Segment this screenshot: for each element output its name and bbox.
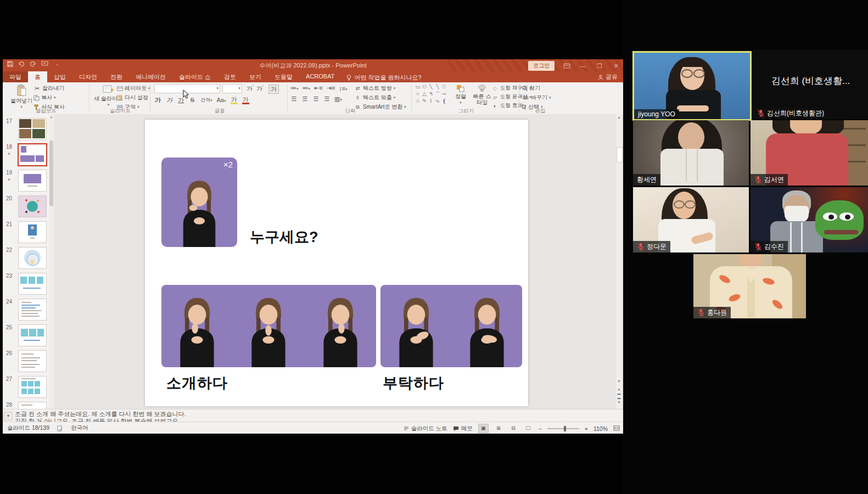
grow-font-button[interactable]: 가ˆ: [247, 85, 254, 93]
increase-indent-button[interactable]: ⇥≡: [327, 85, 335, 92]
maximize-icon[interactable]: ❐: [596, 63, 603, 70]
zoom-slider[interactable]: [547, 428, 579, 429]
thumbnail-slide-19[interactable]: 19 ✶: [3, 168, 49, 194]
font-color-button[interactable]: 가: [242, 96, 249, 104]
tab-home[interactable]: 홈: [28, 71, 47, 82]
bold-button[interactable]: 가: [154, 96, 161, 104]
reset-button[interactable]: 다시 설정: [117, 94, 150, 102]
caption-introduce[interactable]: 소개하다: [166, 373, 228, 393]
tab-help[interactable]: 도움말: [268, 71, 299, 82]
language-indicator[interactable]: 한국어: [71, 424, 88, 432]
thumbnail-slide-18-selected[interactable]: 18 ✶: [3, 142, 49, 168]
participant-tile-jiyoung-yoo[interactable]: jiyoung YOO: [632, 51, 752, 121]
find-button[interactable]: 찾기: [522, 85, 551, 92]
align-text-button[interactable]: ⇳텍스트 맞춤▾: [354, 94, 406, 102]
scrollbar-thumb[interactable]: [49, 141, 53, 206]
participant-tile-jung-dawoon[interactable]: 정다운: [633, 187, 749, 252]
caption-request[interactable]: 부탁하다: [383, 373, 444, 393]
zoom-in-button[interactable]: +: [585, 425, 588, 432]
normal-view-button[interactable]: ▣: [478, 424, 489, 433]
columns-button[interactable]: ▥▾: [334, 96, 342, 103]
participant-tile-hwang-seyeon[interactable]: 황세연: [633, 120, 749, 186]
tab-animations[interactable]: 애니메이션: [129, 71, 172, 82]
change-case-button[interactable]: Aa▾: [217, 97, 226, 103]
login-button[interactable]: 로그인: [528, 61, 555, 71]
minimize-icon[interactable]: —: [579, 63, 587, 69]
slide-sorter-view-button[interactable]: ⊞: [494, 424, 503, 433]
shrink-font-button[interactable]: 가ˇ: [256, 85, 264, 93]
numbering-button[interactable]: ≕▾: [303, 85, 311, 92]
slide-indicator[interactable]: 슬라이드 18/139: [7, 424, 49, 432]
layout-button[interactable]: 레이아웃▾: [117, 85, 150, 92]
notes-toggle-button[interactable]: 슬라이드 노트: [404, 425, 447, 433]
tab-insert[interactable]: 삽입: [47, 71, 72, 82]
align-center-button[interactable]: ☰: [301, 96, 309, 103]
decrease-indent-button[interactable]: ⇤≡: [314, 85, 323, 92]
tell-me-box[interactable]: 어떤 작업을 원하시나요?: [341, 71, 427, 82]
tab-design[interactable]: 디자인: [72, 71, 104, 82]
paste-button[interactable]: 붙여넣기 ▾: [8, 83, 35, 110]
tab-file[interactable]: 파일: [3, 71, 28, 82]
tab-slideshow[interactable]: 슬라이드 쇼: [172, 71, 217, 82]
cut-button[interactable]: ✂잘라내기: [33, 85, 65, 92]
ribbon-display-options-icon[interactable]: [563, 63, 570, 69]
next-slide-button[interactable]: ▬▼: [616, 396, 622, 405]
tab-view[interactable]: 보기: [243, 71, 268, 82]
spellcheck-icon[interactable]: [57, 425, 63, 431]
notes-pane[interactable]: ▼ 조금 전 소개 해 주셨는데요. 제 소개를 다시 한번 해 보겠습니다. …: [3, 409, 623, 422]
reading-view-button[interactable]: ⊟: [509, 424, 518, 433]
memo-button[interactable]: 메모: [453, 425, 473, 433]
sign-card-repeat[interactable]: ×2: [161, 158, 237, 247]
scrollbar-thumb[interactable]: [617, 147, 623, 162]
bullets-button[interactable]: ≔▾: [290, 85, 299, 92]
zoom-level[interactable]: 110%: [593, 425, 608, 432]
replace-button[interactable]: ab바꾸기▾: [522, 94, 551, 102]
tab-review[interactable]: 검토: [217, 71, 243, 82]
text-highlight-button[interactable]: 가: [231, 96, 238, 104]
slide-question-text[interactable]: 누구세요?: [250, 227, 318, 247]
copy-button[interactable]: 복사▾: [33, 94, 65, 102]
tab-acrobat[interactable]: ACROBAT: [299, 71, 341, 82]
vertical-scrollbar[interactable]: ▲ ▼: [616, 114, 622, 409]
slide-18[interactable]: ×2 누구세요?: [145, 120, 528, 406]
thumbnail-slide-20[interactable]: 20: [3, 194, 49, 220]
shapes-gallery[interactable]: ▭⬭╲╲□ ○△↰⌒⇨ ☆✎⌇∿❴: [415, 83, 450, 105]
thumbnail-slide-21[interactable]: 21: [3, 220, 49, 245]
zoom-out-button[interactable]: −: [539, 425, 542, 432]
zoom-slider-thumb[interactable]: [564, 426, 566, 431]
text-direction-button[interactable]: ⇄텍스트 방향▾: [354, 85, 406, 92]
justify-button[interactable]: ☰: [323, 96, 331, 103]
scroll-down-icon[interactable]: ▼: [616, 379, 622, 383]
thumbnail-slide-22[interactable]: 22: [3, 245, 49, 271]
close-icon[interactable]: ✕: [612, 63, 620, 70]
character-spacing-button[interactable]: 간격▾: [200, 97, 212, 104]
thumbnail-slide-17[interactable]: 17: [3, 116, 49, 142]
slideshow-view-button[interactable]: 🖵: [524, 424, 533, 433]
thumbnail-slide-27[interactable]: 27: [3, 374, 49, 400]
participant-tile-kim-seoyeon[interactable]: 김서연: [751, 120, 868, 186]
thumbnail-slide-26[interactable]: 26: [3, 349, 49, 374]
italic-button[interactable]: 가: [166, 96, 173, 104]
arrange-button[interactable]: 정렬 ▾: [453, 83, 468, 106]
scroll-up-icon[interactable]: ▲: [616, 115, 622, 119]
thumbnail-scrollbar[interactable]: ▲: [49, 114, 54, 409]
share-button[interactable]: 공유: [598, 73, 618, 81]
thumbnail-slide-24[interactable]: 24: [3, 297, 49, 323]
tab-transitions[interactable]: 전환: [104, 71, 129, 82]
sign-panel-request[interactable]: [380, 285, 522, 367]
thumbnail-slide-25[interactable]: 25: [3, 323, 49, 349]
sign-panel-introduce[interactable]: [161, 285, 376, 367]
participant-tile-hong-dawon[interactable]: 홍다원: [693, 254, 806, 318]
participant-tile-kim-sunhee[interactable]: 김선희 (비호생활... 김선희(비호생활관): [753, 49, 868, 119]
scroll-up-icon[interactable]: ▲: [49, 115, 54, 119]
strikethrough-button[interactable]: S: [189, 97, 196, 103]
notes-collapse-icon[interactable]: ▼: [4, 412, 13, 420]
line-spacing-button[interactable]: ↕≡▾: [339, 85, 347, 92]
thumbnail-slide-28[interactable]: 28: [3, 400, 49, 409]
align-left-button[interactable]: ☰: [290, 96, 298, 103]
font-size-combo[interactable]: ▾: [222, 84, 242, 93]
align-right-button[interactable]: ☰: [312, 96, 320, 103]
participant-tile-kim-sujin[interactable]: 김수진: [751, 187, 868, 252]
thumbnail-slide-23[interactable]: 23: [3, 271, 49, 297]
quick-styles-button[interactable]: 빠른 스타일: [471, 83, 494, 106]
